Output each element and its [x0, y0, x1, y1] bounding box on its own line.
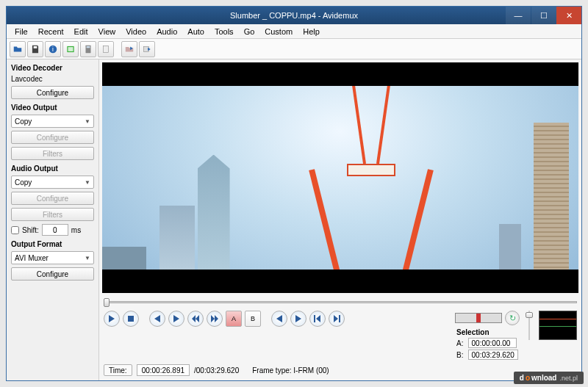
sel-b-value: 00:03:29.620	[468, 350, 518, 360]
audio-output-combo[interactable]: Copy▼	[11, 176, 94, 189]
audio-output-label: Audio Output	[11, 164, 94, 173]
script-button[interactable]	[98, 41, 114, 57]
svg-rect-10	[314, 315, 315, 322]
menu-custom[interactable]: Custom	[259, 26, 298, 37]
video-area: A B ↻	[99, 59, 581, 380]
content: Video Decoder Lavcodec Configure Video O…	[7, 59, 581, 380]
audio-output-value: Copy	[15, 178, 32, 187]
menu-go[interactable]: Go	[239, 26, 260, 37]
chevron-down-icon: ▼	[85, 118, 90, 125]
project-open-button[interactable]	[121, 41, 137, 57]
goto-end-button[interactable]	[329, 311, 345, 327]
chevron-down-icon: ▼	[85, 255, 90, 261]
menu-auto[interactable]: Auto	[182, 26, 209, 37]
audio-filters-button: Filters	[11, 208, 94, 221]
video-preview[interactable]	[102, 62, 578, 293]
play-button[interactable]	[104, 311, 120, 327]
next-keyframe-button[interactable]	[207, 311, 223, 327]
volume-slider[interactable]	[526, 311, 533, 340]
transport-panel: A B ↻	[99, 293, 581, 380]
svg-rect-4	[68, 47, 74, 51]
sel-a-label: A:	[456, 339, 463, 347]
app-window: Slumber _ COPPU.mp4 - Avidemux ― ☐ ✕ Fil…	[6, 6, 582, 381]
prev-black-button[interactable]	[271, 311, 287, 327]
set-marker-a-button[interactable]: A	[226, 311, 242, 327]
frame-type: Frame type: I-FRM (00)	[252, 366, 329, 375]
info-button[interactable]: i	[45, 41, 61, 57]
shift-checkbox[interactable]	[11, 226, 19, 234]
time-row: Time: 00:00:26.891 /00:03:29.620 Frame t…	[104, 364, 577, 376]
scrubber-thumb[interactable]	[104, 298, 110, 307]
time-current[interactable]: 00:00:26.891	[137, 364, 190, 376]
toolbar: i	[7, 39, 581, 59]
stop-button[interactable]	[123, 311, 139, 327]
prev-frame-button[interactable]	[149, 311, 165, 327]
video-configure-button: Configure	[11, 131, 94, 144]
menubar: File Recent Edit View Video Audio Auto T…	[7, 24, 581, 39]
sel-a-value: 00:00:00.00	[468, 338, 517, 348]
close-button[interactable]: ✕	[556, 7, 581, 24]
svg-text:i: i	[52, 46, 54, 52]
window-title: Slumber _ COPPU.mp4 - Avidemux	[7, 11, 581, 20]
audio-shift-row: Shift: ms	[11, 224, 94, 236]
window-buttons: ― ☐ ✕	[505, 7, 581, 24]
playback-controls: A B	[104, 311, 345, 327]
chevron-down-icon: ▼	[85, 179, 90, 186]
audio-scope	[539, 311, 577, 340]
video-decoder-label: Video Decoder	[11, 64, 94, 72]
shift-label: Shift:	[22, 226, 39, 234]
titlebar: Slumber _ COPPU.mp4 - Avidemux ― ☐ ✕	[7, 7, 581, 24]
shift-spinner[interactable]	[42, 224, 68, 236]
selection-label: Selection	[456, 328, 518, 336]
menu-edit[interactable]: Edit	[69, 26, 93, 37]
next-frame-button[interactable]	[168, 311, 184, 327]
menu-tools[interactable]: Tools	[209, 26, 239, 37]
decoder-configure-button[interactable]: Configure	[11, 86, 94, 99]
video-output-combo[interactable]: Copy▼	[11, 115, 94, 128]
audio-configure-button: Configure	[11, 192, 94, 205]
calculator-button[interactable]	[80, 41, 96, 57]
reset-jog-button[interactable]: ↻	[505, 311, 520, 325]
save-button[interactable]	[27, 41, 43, 57]
output-format-value: AVI Muxer	[15, 254, 49, 262]
menu-file[interactable]: File	[10, 26, 33, 37]
video-filters-button: Filters	[11, 147, 94, 160]
maximize-button[interactable]: ☐	[531, 7, 556, 24]
output-format-combo[interactable]: AVI Muxer▼	[11, 251, 94, 264]
selection-panel: Selection A:00:00:00.00 B:00:03:29.620	[456, 328, 518, 360]
jog-wheel[interactable]	[455, 313, 502, 323]
next-black-button[interactable]	[290, 311, 306, 327]
sel-b-label: B:	[456, 351, 463, 359]
tower-graphic	[331, 81, 412, 293]
timeline-scrubber[interactable]	[104, 297, 577, 306]
video-output-label: Video Output	[11, 104, 94, 112]
project-save-button[interactable]	[139, 41, 155, 57]
menu-audio[interactable]: Audio	[151, 26, 182, 37]
video-output-value: Copy	[15, 117, 32, 126]
time-label: Time:	[104, 364, 132, 376]
minimize-button[interactable]: ―	[506, 7, 531, 24]
svg-rect-11	[339, 315, 340, 322]
open-button[interactable]	[10, 41, 26, 57]
menu-help[interactable]: Help	[298, 26, 325, 37]
svg-rect-0	[34, 46, 37, 48]
menu-recent[interactable]: Recent	[33, 26, 69, 37]
svg-rect-7	[104, 46, 109, 52]
output-format-label: Output Format	[11, 240, 94, 248]
menu-view[interactable]: View	[93, 26, 121, 37]
format-configure-button[interactable]: Configure	[11, 267, 94, 281]
set-marker-b-button[interactable]: B	[245, 311, 261, 327]
svg-rect-6	[87, 46, 90, 47]
time-total: /00:03:29.620	[194, 366, 239, 375]
decoder-codec: Lavcodec	[11, 75, 94, 83]
prev-keyframe-button[interactable]	[187, 311, 204, 327]
sidebar: Video Decoder Lavcodec Configure Video O…	[7, 59, 99, 380]
svg-rect-9	[128, 316, 134, 322]
menu-video[interactable]: Video	[121, 26, 151, 37]
shift-unit: ms	[71, 226, 81, 234]
save-video-button[interactable]	[62, 41, 79, 57]
watermark-badge: download.net.pl	[514, 372, 584, 384]
goto-start-button[interactable]	[309, 311, 326, 327]
